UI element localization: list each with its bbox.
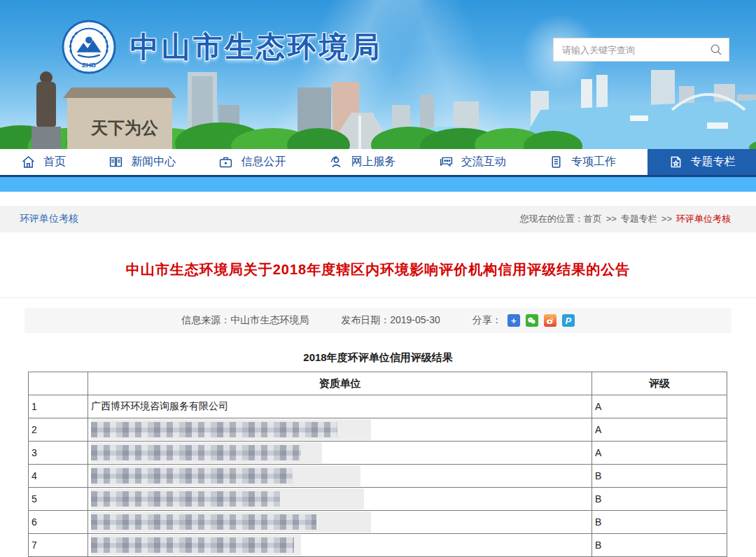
statue-silhouette xyxy=(31,71,61,149)
table-row: 7 B xyxy=(29,534,727,557)
company-name-censored xyxy=(88,465,592,488)
index-header xyxy=(29,372,88,395)
rating-value: A xyxy=(592,418,727,442)
main-nav: 首页 新闻中心 信息公开 网上服务 xyxy=(0,149,756,175)
table-row: 3 A xyxy=(29,442,727,465)
search-input[interactable] xyxy=(562,45,709,55)
mosaic-blur xyxy=(91,445,301,460)
share-buttons: + P xyxy=(507,314,575,327)
row-index: 2 xyxy=(29,418,88,442)
row-index: 7 xyxy=(29,534,88,557)
site-title: 中山市生态环境局 xyxy=(130,28,382,66)
logo-text: ZHB xyxy=(82,61,96,69)
breadcrumb-bar: 环评单位考核 您现在的位置：首页>>专题专栏>>环评单位考核 xyxy=(0,206,756,232)
mosaic-blur xyxy=(91,514,316,530)
rating-header: 评级 xyxy=(592,372,727,395)
company-name-censored xyxy=(88,511,592,534)
accent-strip xyxy=(0,177,756,192)
section-title[interactable]: 环评单位考核 xyxy=(20,213,78,225)
nav-item-label: 首页 xyxy=(43,155,66,169)
table-title: 2018年度环评单位信用评级结果 xyxy=(0,351,756,365)
nav-item-label: 网上服务 xyxy=(351,155,396,169)
table-row: 6 B xyxy=(29,511,727,534)
rating-value: A xyxy=(592,395,727,418)
nav-item-label: 专项工作 xyxy=(571,155,616,169)
article-title: 中山市生态环境局关于2018年度辖区内环境影响评价机构信用评级结果的公告 xyxy=(0,260,756,279)
rating-value: B xyxy=(592,534,727,557)
memorial-wall: 天下为公 xyxy=(63,87,176,149)
weibo-share-icon[interactable] xyxy=(544,314,556,327)
nav-item-home[interactable]: 首页 xyxy=(21,149,66,175)
info-source: 信息来源：中山市生态环境局 xyxy=(181,314,309,327)
rating-value: B xyxy=(592,511,727,534)
nav-item-label: 专题专栏 xyxy=(691,155,736,169)
row-index: 3 xyxy=(29,442,88,465)
crumb-separator: >> xyxy=(662,213,672,224)
service-person-icon xyxy=(329,155,344,169)
share-more-icon[interactable]: + xyxy=(507,314,520,327)
company-name-censored xyxy=(88,442,592,465)
table-header-row: 资质单位 评级 xyxy=(29,372,727,395)
crumb-current-page[interactable]: 环评单位考核 xyxy=(676,213,731,224)
crumb-home[interactable]: 首页 xyxy=(584,213,602,224)
row-index: 1 xyxy=(29,395,88,418)
rating-value: B xyxy=(592,488,727,511)
p-share-icon[interactable]: P xyxy=(562,314,575,327)
site-brand: ZHB 中山市生态环境局 xyxy=(62,20,382,74)
wechat-share-icon[interactable] xyxy=(526,314,538,327)
nav-item-label: 交流互动 xyxy=(461,155,506,169)
rating-value: B xyxy=(592,465,727,488)
nav-item-label: 新闻中心 xyxy=(131,155,176,169)
nav-item-special-topics[interactable]: 专题专栏 xyxy=(648,149,756,175)
city-skyline-image: 天下为公 xyxy=(0,66,756,149)
search-icon[interactable] xyxy=(709,43,723,57)
nav-item-label: 信息公开 xyxy=(241,155,286,169)
news-icon xyxy=(108,155,123,169)
nav-item-special-work[interactable]: 专项工作 xyxy=(549,149,616,175)
company-name-censored xyxy=(88,488,592,511)
table-row: 2 A xyxy=(29,418,727,442)
location-label: 您现在的位置： xyxy=(520,213,584,224)
mosaic-blur xyxy=(91,491,280,507)
home-icon xyxy=(21,155,36,169)
nav-item-online-services[interactable]: 网上服务 xyxy=(329,149,396,175)
mosaic-blur xyxy=(91,422,337,437)
nav-item-interaction[interactable]: 交流互动 xyxy=(439,149,506,175)
row-index: 6 xyxy=(29,511,88,534)
company-header: 资质单位 xyxy=(88,372,592,395)
chat-icon xyxy=(439,155,454,169)
nav-item-info-disclosure[interactable]: 信息公开 xyxy=(218,149,286,175)
table-row: 5 B xyxy=(29,488,727,511)
table-row: 4 B xyxy=(29,465,727,488)
table-row: 1 广西博环环境咨询服务有限公司 A xyxy=(29,395,727,418)
crumb-separator: >> xyxy=(606,213,617,224)
company-name-censored xyxy=(88,534,592,557)
nav-item-news-center[interactable]: 新闻中心 xyxy=(108,149,176,175)
article-divider xyxy=(0,297,756,298)
search-box xyxy=(553,38,729,62)
company-name-censored xyxy=(88,418,592,442)
epa-logo-icon: ZHB xyxy=(62,20,116,74)
crumb-special-topics[interactable]: 专题专栏 xyxy=(621,213,657,224)
rating-value: A xyxy=(592,442,727,465)
wall-calligraphy: 天下为公 xyxy=(90,118,159,137)
share-label: 分享： xyxy=(472,314,502,327)
row-index: 4 xyxy=(29,465,88,488)
mosaic-blur xyxy=(91,468,293,484)
row-index: 5 xyxy=(29,488,88,511)
mosaic-blur xyxy=(91,537,294,553)
document-icon xyxy=(549,155,564,169)
breadcrumb: 您现在的位置：首页>>专题专栏>>环评单位考核 xyxy=(520,213,731,225)
article-meta-bar: 信息来源：中山市生态环境局 发布日期：2019-05-30 分享： + P xyxy=(24,308,732,333)
site-banner: 天下为公 ZHB 中山市生态环境局 xyxy=(0,0,756,149)
company-name: 广西博环环境咨询服务有限公司 xyxy=(88,395,592,418)
briefcase-icon xyxy=(218,155,233,169)
rating-table: 资质单位 评级 1 广西博环环境咨询服务有限公司 A 2 A 3 A 4 B 5… xyxy=(28,372,727,557)
star-document-icon xyxy=(668,155,683,169)
publish-date: 发布日期：2019-05-30 xyxy=(341,314,440,327)
